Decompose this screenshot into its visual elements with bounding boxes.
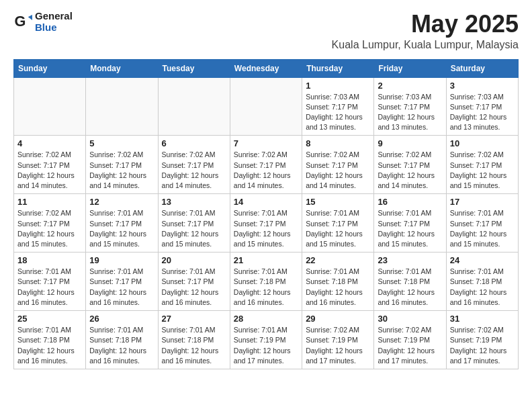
calendar-cell: 21Sunrise: 7:01 AM Sunset: 7:18 PM Dayli… [230, 253, 302, 311]
calendar-cell: 29Sunrise: 7:02 AM Sunset: 7:19 PM Dayli… [302, 311, 374, 369]
day-number: 20 [162, 255, 226, 265]
calendar-cell: 28Sunrise: 7:01 AM Sunset: 7:19 PM Dayli… [230, 311, 302, 369]
day-info: Sunrise: 7:01 AM Sunset: 7:17 PM Dayligh… [306, 208, 370, 249]
weekday-header-saturday: Saturday [446, 59, 518, 77]
day-number: 22 [306, 255, 370, 265]
calendar-cell: 7Sunrise: 7:02 AM Sunset: 7:17 PM Daylig… [230, 136, 302, 194]
day-info: Sunrise: 7:02 AM Sunset: 7:17 PM Dayligh… [17, 150, 82, 191]
logo-icon: G [13, 13, 32, 32]
day-info: Sunrise: 7:01 AM Sunset: 7:17 PM Dayligh… [378, 208, 442, 249]
day-number: 29 [306, 314, 370, 324]
calendar-cell: 24Sunrise: 7:01 AM Sunset: 7:18 PM Dayli… [446, 253, 518, 311]
calendar-cell: 2Sunrise: 7:03 AM Sunset: 7:17 PM Daylig… [374, 77, 446, 136]
day-info: Sunrise: 7:03 AM Sunset: 7:17 PM Dayligh… [306, 92, 370, 133]
day-info: Sunrise: 7:02 AM Sunset: 7:17 PM Dayligh… [162, 150, 226, 191]
calendar-title: May 2025 [332, 11, 519, 38]
day-number: 18 [17, 255, 82, 265]
day-info: Sunrise: 7:01 AM Sunset: 7:18 PM Dayligh… [17, 325, 82, 366]
calendar-cell: 25Sunrise: 7:01 AM Sunset: 7:18 PM Dayli… [14, 311, 86, 369]
day-info: Sunrise: 7:01 AM Sunset: 7:18 PM Dayligh… [306, 267, 370, 308]
day-info: Sunrise: 7:01 AM Sunset: 7:18 PM Dayligh… [162, 325, 226, 366]
day-number: 14 [234, 197, 298, 207]
day-info: Sunrise: 7:02 AM Sunset: 7:17 PM Dayligh… [450, 150, 515, 191]
day-number: 31 [450, 314, 515, 324]
day-number: 25 [17, 314, 82, 324]
calendar-cell: 26Sunrise: 7:01 AM Sunset: 7:18 PM Dayli… [86, 311, 158, 369]
weekday-header-thursday: Thursday [302, 59, 374, 77]
day-number: 23 [378, 255, 442, 265]
calendar-week-row: 11Sunrise: 7:02 AM Sunset: 7:17 PM Dayli… [14, 194, 519, 253]
calendar-cell: 5Sunrise: 7:02 AM Sunset: 7:17 PM Daylig… [86, 136, 158, 194]
weekday-header-friday: Friday [374, 59, 446, 77]
day-number: 16 [378, 197, 442, 207]
day-number: 12 [89, 197, 154, 207]
calendar-cell: 12Sunrise: 7:01 AM Sunset: 7:17 PM Dayli… [86, 194, 158, 253]
day-number: 21 [234, 255, 298, 265]
day-info: Sunrise: 7:01 AM Sunset: 7:18 PM Dayligh… [450, 267, 515, 308]
day-info: Sunrise: 7:01 AM Sunset: 7:17 PM Dayligh… [162, 267, 226, 308]
logo-blue-text: Blue [35, 22, 73, 34]
weekday-header-monday: Monday [86, 59, 158, 77]
calendar-table: SundayMondayTuesdayWednesdayThursdayFrid… [13, 59, 519, 369]
day-number: 6 [162, 138, 226, 148]
day-info: Sunrise: 7:01 AM Sunset: 7:17 PM Dayligh… [17, 267, 82, 308]
calendar-cell: 27Sunrise: 7:01 AM Sunset: 7:18 PM Dayli… [158, 311, 230, 369]
calendar-cell: 20Sunrise: 7:01 AM Sunset: 7:17 PM Dayli… [158, 253, 230, 311]
calendar-cell [86, 77, 158, 136]
day-number: 10 [450, 138, 515, 148]
day-info: Sunrise: 7:02 AM Sunset: 7:17 PM Dayligh… [378, 150, 442, 191]
calendar-week-row: 25Sunrise: 7:01 AM Sunset: 7:18 PM Dayli… [14, 311, 519, 369]
day-number: 9 [378, 138, 442, 148]
logo-general-text: General [35, 11, 73, 22]
day-info: Sunrise: 7:01 AM Sunset: 7:17 PM Dayligh… [89, 208, 154, 249]
calendar-cell: 3Sunrise: 7:03 AM Sunset: 7:17 PM Daylig… [446, 77, 518, 136]
calendar-cell [230, 77, 302, 136]
weekday-header-row: SundayMondayTuesdayWednesdayThursdayFrid… [14, 59, 519, 77]
day-info: Sunrise: 7:01 AM Sunset: 7:18 PM Dayligh… [89, 325, 154, 366]
day-info: Sunrise: 7:01 AM Sunset: 7:17 PM Dayligh… [450, 208, 515, 249]
day-number: 3 [450, 81, 515, 91]
day-info: Sunrise: 7:02 AM Sunset: 7:17 PM Dayligh… [89, 150, 154, 191]
calendar-cell [158, 77, 230, 136]
day-number: 19 [89, 255, 154, 265]
calendar-cell: 16Sunrise: 7:01 AM Sunset: 7:17 PM Dayli… [374, 194, 446, 253]
day-number: 30 [378, 314, 442, 324]
calendar-cell [14, 77, 86, 136]
day-number: 28 [234, 314, 298, 324]
calendar-cell: 6Sunrise: 7:02 AM Sunset: 7:17 PM Daylig… [158, 136, 230, 194]
day-info: Sunrise: 7:01 AM Sunset: 7:19 PM Dayligh… [234, 325, 298, 366]
logo: G General Blue [13, 11, 73, 33]
day-info: Sunrise: 7:01 AM Sunset: 7:17 PM Dayligh… [234, 208, 298, 249]
calendar-cell: 11Sunrise: 7:02 AM Sunset: 7:17 PM Dayli… [14, 194, 86, 253]
page-header: G General Blue May 2025 Kuala Lumpur, Ku… [13, 11, 519, 51]
day-number: 5 [89, 138, 154, 148]
day-number: 7 [234, 138, 298, 148]
day-info: Sunrise: 7:02 AM Sunset: 7:19 PM Dayligh… [378, 325, 442, 366]
day-number: 27 [162, 314, 226, 324]
weekday-header-wednesday: Wednesday [230, 59, 302, 77]
weekday-header-tuesday: Tuesday [158, 59, 230, 77]
calendar-cell: 14Sunrise: 7:01 AM Sunset: 7:17 PM Dayli… [230, 194, 302, 253]
title-area: May 2025 Kuala Lumpur, Kuala Lumpur, Mal… [332, 11, 519, 51]
day-number: 15 [306, 197, 370, 207]
svg-text:G: G [15, 13, 26, 30]
weekday-header-sunday: Sunday [14, 59, 86, 77]
calendar-cell: 10Sunrise: 7:02 AM Sunset: 7:17 PM Dayli… [446, 136, 518, 194]
day-number: 4 [17, 138, 82, 148]
calendar-cell: 15Sunrise: 7:01 AM Sunset: 7:17 PM Dayli… [302, 194, 374, 253]
day-number: 2 [378, 81, 442, 91]
calendar-week-row: 18Sunrise: 7:01 AM Sunset: 7:17 PM Dayli… [14, 253, 519, 311]
day-info: Sunrise: 7:02 AM Sunset: 7:17 PM Dayligh… [17, 208, 82, 249]
calendar-cell: 13Sunrise: 7:01 AM Sunset: 7:17 PM Dayli… [158, 194, 230, 253]
calendar-cell: 9Sunrise: 7:02 AM Sunset: 7:17 PM Daylig… [374, 136, 446, 194]
calendar-cell: 8Sunrise: 7:02 AM Sunset: 7:17 PM Daylig… [302, 136, 374, 194]
day-number: 26 [89, 314, 154, 324]
calendar-cell: 1Sunrise: 7:03 AM Sunset: 7:17 PM Daylig… [302, 77, 374, 136]
calendar-cell: 19Sunrise: 7:01 AM Sunset: 7:17 PM Dayli… [86, 253, 158, 311]
calendar-cell: 18Sunrise: 7:01 AM Sunset: 7:17 PM Dayli… [14, 253, 86, 311]
day-info: Sunrise: 7:03 AM Sunset: 7:17 PM Dayligh… [450, 92, 515, 133]
day-info: Sunrise: 7:02 AM Sunset: 7:19 PM Dayligh… [306, 325, 370, 366]
calendar-subtitle: Kuala Lumpur, Kuala Lumpur, Malaysia [332, 39, 519, 51]
calendar-cell: 31Sunrise: 7:02 AM Sunset: 7:19 PM Dayli… [446, 311, 518, 369]
calendar-cell: 22Sunrise: 7:01 AM Sunset: 7:18 PM Dayli… [302, 253, 374, 311]
